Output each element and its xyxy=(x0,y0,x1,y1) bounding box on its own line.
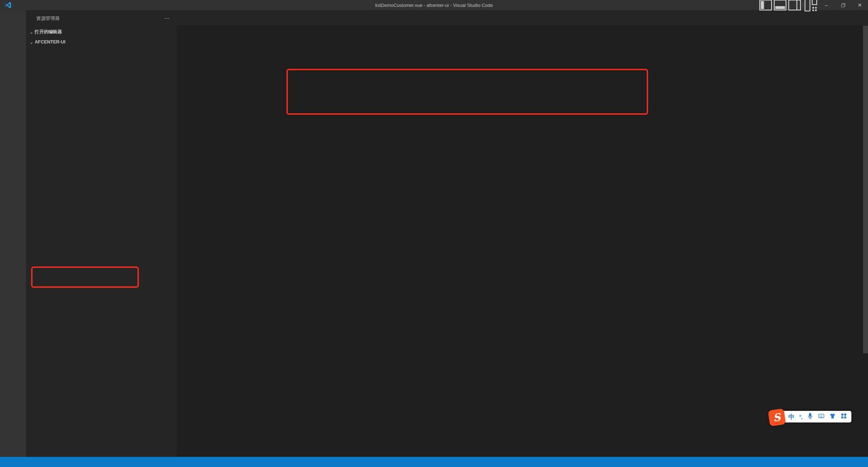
explorer-sidebar: 资源管理器 ⋯ ⌄ 打开的编辑器 ⌄ AFCENTER-UI xyxy=(26,10,176,457)
open-editors-header[interactable]: ⌄ 打开的编辑器 xyxy=(26,27,176,37)
code-editor[interactable] xyxy=(176,25,868,457)
explorer-more-actions-icon[interactable]: ⋯ xyxy=(164,10,170,27)
toggle-sidebar-icon[interactable] xyxy=(758,0,773,10)
sidebar-title: 资源管理器 xyxy=(36,10,60,27)
activity-bar xyxy=(0,10,26,457)
vertical-scrollbar[interactable] xyxy=(863,26,868,353)
window-title: listDemoCustomer.vue - afcenter-ui - Vis… xyxy=(0,3,868,8)
ime-skin-icon[interactable] xyxy=(829,413,836,421)
project-root-header[interactable]: ⌄ AFCENTER-UI xyxy=(26,37,176,47)
editor-group xyxy=(176,10,868,457)
toggle-secondary-sidebar-icon[interactable] xyxy=(787,0,802,10)
vscode-logo-icon xyxy=(4,1,12,9)
ime-toolbox-icon[interactable] xyxy=(841,413,847,421)
tab-bar xyxy=(176,10,868,25)
minimize-button[interactable]: – xyxy=(818,0,835,10)
restore-button[interactable] xyxy=(835,0,851,10)
chevron-down-icon: ⌄ xyxy=(28,39,35,45)
sogou-ime-logo[interactable]: S xyxy=(768,408,786,426)
titlebar-divider xyxy=(803,3,803,8)
title-bar: listDemoCustomer.vue - afcenter-ui - Vis… xyxy=(0,0,868,10)
ime-toolbar: 中 °, S xyxy=(770,410,851,423)
ime-chinese-mode-icon[interactable]: 中 xyxy=(788,413,795,421)
vscode-window: listDemoCustomer.vue - afcenter-ui - Vis… xyxy=(0,0,868,467)
ime-microphone-icon[interactable] xyxy=(807,413,813,421)
customize-layout-icon[interactable] xyxy=(804,0,818,10)
status-bar xyxy=(0,457,868,467)
close-button[interactable]: ✕ xyxy=(851,0,868,10)
ime-soft-keyboard-icon[interactable] xyxy=(818,413,825,421)
chevron-down-icon: ⌄ xyxy=(28,29,35,35)
ime-punctuation-icon[interactable]: °, xyxy=(799,414,802,420)
toggle-panel-icon[interactable] xyxy=(773,0,787,10)
